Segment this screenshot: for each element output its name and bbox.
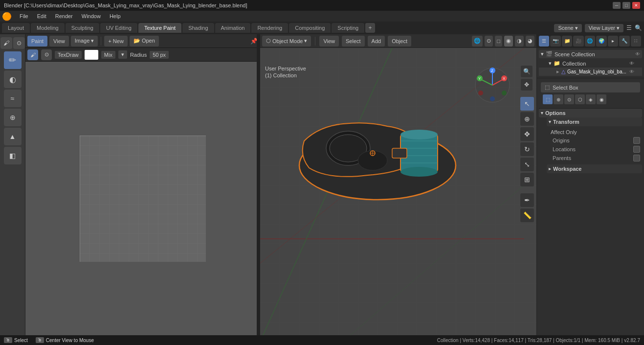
select-menu-btn[interactable]: Select [342,36,365,46]
object-menu-btn[interactable]: Object [388,36,411,46]
tab-rendering[interactable]: Rendering [251,23,288,33]
soften-tool-btn[interactable]: ◐ [4,70,22,88]
add-workspace-tab[interactable]: + [365,23,375,33]
nav-gizmo[interactable]: Z X Y [473,66,512,106]
viewport-shading-icon[interactable]: 🌐 [472,36,483,46]
material-mode[interactable]: ◑ [515,36,524,46]
clone-tool-btn[interactable]: ⊕ [4,109,22,126]
tab-uv-editing[interactable]: UV Editing [100,23,137,33]
scene-dropdown[interactable]: Scene ▾ [554,24,581,32]
transform-tool[interactable]: ⊞ [520,173,534,186]
open-btn[interactable]: 📂 Open [130,36,159,46]
cursor-tool[interactable]: ⊕ [520,112,534,126]
fill-tool-btn[interactable]: ▲ [4,128,22,145]
collection-item-main[interactable]: ▾ 📁 Collection 👁 [539,59,642,68]
annotate-tool[interactable]: ✒ [520,193,534,207]
close-button[interactable]: ✕ [632,2,640,9]
view-tab[interactable]: 🎥 [573,36,583,46]
tab-shading[interactable]: Shading [182,23,214,33]
workspace-section: ▸ Workspace [539,164,642,173]
scene-tab[interactable]: 🌐 [585,36,595,46]
menu-edit[interactable]: Edit [33,12,50,20]
tab-layout[interactable]: Layout [2,23,30,33]
select-box-btn[interactable]: ⬚ Select Box [541,82,640,92]
measure-tool[interactable]: 📏 [520,208,534,222]
blend-mode-dropdown[interactable]: ▾ [118,50,127,59]
tool-icon-3[interactable]: ⊙ [564,94,574,104]
scene-collection-icon: 🎬 [546,51,553,57]
solid-mode[interactable]: ◉ [504,36,513,46]
tab-scripting[interactable]: Scripting [332,23,364,33]
tab-compositing[interactable]: Compositing [289,23,331,33]
tool-icon-6[interactable]: ◉ [597,94,606,104]
tool-icon-4[interactable]: ⬡ [575,94,585,104]
object-mode-dropdown[interactable]: ⬡ Object Mode ▾ [262,36,311,46]
pan-btn[interactable]: ✥ [521,79,533,91]
uv-editor: Paint View Image ▾ + New 📂 Open 📌 🖌 ⊙ Te… [25,34,260,335]
scale-tool[interactable]: ⤡ [520,158,534,171]
object-tab[interactable]: ▸ [608,36,618,46]
mask-tool-btn[interactable]: ◧ [4,147,22,164]
object-item[interactable]: ▸ △ Gas_Mask_Lying_obi_ba... 👁 [539,68,642,76]
add-menu-btn[interactable]: Add [368,36,385,46]
color-swatch[interactable] [85,50,98,60]
tool-icon-5[interactable]: ◈ [586,94,596,104]
new-btn[interactable]: + New [104,36,128,46]
menu-render[interactable]: Render [51,12,77,20]
scene-collection-header[interactable]: ▾ 🎬 Scene Collection 👁 [539,50,642,58]
output-tab[interactable]: 📁 [562,36,572,46]
view-menu-btn[interactable]: View [319,36,339,46]
xray-btn[interactable]: □ [495,36,502,46]
origins-checkbox[interactable] [633,137,640,144]
color-circle[interactable]: ⊙ [41,49,52,60]
zoom-btn[interactable]: 🔍 [521,66,533,77]
render-mode[interactable]: ◕ [526,36,534,46]
maximize-button[interactable]: □ [622,2,630,9]
overlay-btn[interactable]: ⊙ [485,36,493,46]
locations-checkbox[interactable] [633,146,640,153]
modifier-tab[interactable]: 🔧 [619,36,629,46]
svg-point-35 [478,91,483,95]
view-btn[interactable]: View [49,36,69,46]
view-layer-dropdown[interactable]: View Layer ▾ [585,24,623,32]
object-mode-icon: ⬡ [266,38,271,44]
menu-window[interactable]: Window [78,12,105,20]
collection-eye[interactable]: 👁 [629,61,634,66]
tab-animation[interactable]: Animation [215,23,251,33]
select-tool[interactable]: ↖ [520,97,534,111]
tab-texture-paint[interactable]: Texture Paint [138,23,181,33]
particles-tab[interactable]: ∷ [631,36,641,46]
uv-canvas[interactable] [25,62,260,335]
brush-icon-btn[interactable]: 🖌 [27,49,38,60]
draw-tool-btn[interactable]: ✏ [4,51,22,69]
tab-modeling[interactable]: Modeling [31,23,65,33]
brush-selector[interactable]: 🖌 [0,37,12,49]
move-tool[interactable]: ✥ [520,127,534,141]
menu-file[interactable]: File [16,12,32,20]
preferences-icon[interactable]: ☰ [626,24,632,31]
3d-viewport[interactable]: ⬡ Object Mode ▾ View Select Add Object 🌐… [260,34,536,335]
paint-mode-btn[interactable]: Paint [27,36,47,46]
image-btn[interactable]: Image ▾ [71,36,98,46]
outliner-tab[interactable]: ☰ [539,36,549,46]
options-header[interactable]: ▾ Options [539,109,642,117]
search-icon[interactable]: 🔍 [635,24,642,31]
minimize-button[interactable]: ─ [613,2,621,9]
panel-resize-handle[interactable] [257,34,260,335]
affect-only-section: Affect Only Origins Locations Parents [539,128,642,162]
tab-sculpting[interactable]: Sculpting [66,23,99,33]
world-tab[interactable]: 🌍 [596,36,606,46]
menu-help[interactable]: Help [106,12,125,20]
parents-checkbox[interactable] [633,155,640,161]
scene-collection-eye[interactable]: 👁 [635,51,640,57]
workspace-header[interactable]: ▸ Workspace [547,164,642,173]
tool-icon-1[interactable]: ⬚ [543,94,553,104]
main-content: Paint View Image ▾ + New 📂 Open 📌 🖌 ⊙ Te… [25,34,644,335]
object-eye[interactable]: 👁 [629,69,634,74]
smear-tool-btn[interactable]: ≈ [4,90,22,107]
transform-header[interactable]: ▾ Transform [547,117,642,126]
tool-icon-2[interactable]: ⊕ [554,94,563,104]
rotate-tool[interactable]: ↻ [520,142,534,156]
render-tab[interactable]: 📷 [550,36,560,46]
color-picker[interactable]: ⊙ [13,37,25,49]
